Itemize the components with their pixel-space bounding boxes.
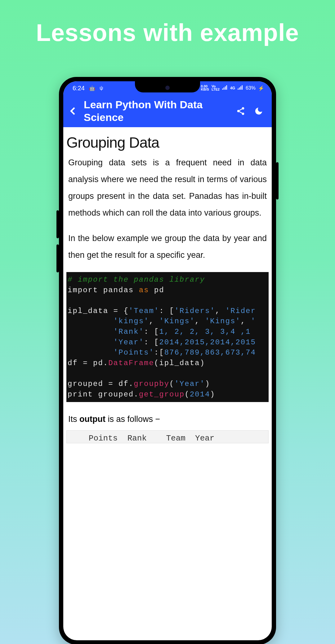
volume-down-button bbox=[56, 244, 59, 272]
status-4g: 4G bbox=[230, 86, 235, 90]
app-title: Learn Python With Data Science bbox=[84, 98, 230, 124]
page-title: Grouping Data bbox=[66, 133, 269, 154]
usb-icon: ψ bbox=[100, 85, 103, 91]
svg-point-9 bbox=[237, 110, 240, 112]
phone-notch bbox=[135, 81, 200, 92]
svg-point-10 bbox=[242, 113, 244, 115]
phone-screen: 6:24 🤖 ψ 0.00 KB/S Vo LTE2 bbox=[63, 81, 272, 640]
volume-up-button bbox=[56, 210, 59, 238]
svg-rect-6 bbox=[240, 87, 241, 90]
svg-rect-3 bbox=[226, 85, 227, 90]
dark-mode-button[interactable] bbox=[251, 104, 266, 119]
status-time: 6:24 bbox=[73, 85, 85, 92]
output-table: Points Rank Team Year bbox=[66, 430, 269, 443]
android-icon: 🤖 bbox=[89, 85, 95, 91]
signal2-icon bbox=[238, 85, 243, 91]
lesson-paragraph-2: In the below example we group the data b… bbox=[66, 230, 269, 263]
status-net: Vo LTE2 bbox=[212, 85, 220, 91]
svg-rect-0 bbox=[222, 89, 223, 90]
svg-rect-7 bbox=[242, 85, 243, 90]
power-button bbox=[276, 162, 279, 199]
back-button[interactable] bbox=[66, 104, 81, 119]
svg-rect-2 bbox=[225, 87, 226, 90]
chevron-left-icon bbox=[68, 106, 78, 116]
charging-icon: ⚡ bbox=[258, 85, 264, 91]
share-icon bbox=[236, 106, 245, 116]
output-intro: Its output is as follows − bbox=[66, 414, 269, 430]
status-battery: 63% bbox=[246, 85, 256, 91]
phone-frame: 6:24 🤖 ψ 0.00 KB/S Vo LTE2 bbox=[59, 77, 276, 644]
svg-rect-5 bbox=[239, 87, 240, 90]
share-button[interactable] bbox=[233, 104, 248, 119]
status-speed: 0.00 KB/S bbox=[201, 85, 209, 91]
svg-point-8 bbox=[242, 107, 244, 110]
lesson-paragraph-1: Grouping data sets is a frequent need in… bbox=[66, 154, 269, 221]
signal-icon bbox=[222, 85, 228, 91]
lesson-content[interactable]: Grouping Data Grouping data sets is a fr… bbox=[63, 127, 272, 640]
svg-rect-4 bbox=[238, 89, 239, 90]
svg-rect-1 bbox=[224, 87, 225, 90]
app-bar: Learn Python With Data Science bbox=[63, 95, 272, 127]
hero-title: Lessons with example bbox=[0, 0, 335, 47]
moon-icon bbox=[254, 106, 263, 116]
code-block: # import the pandas library import panda… bbox=[66, 272, 269, 402]
